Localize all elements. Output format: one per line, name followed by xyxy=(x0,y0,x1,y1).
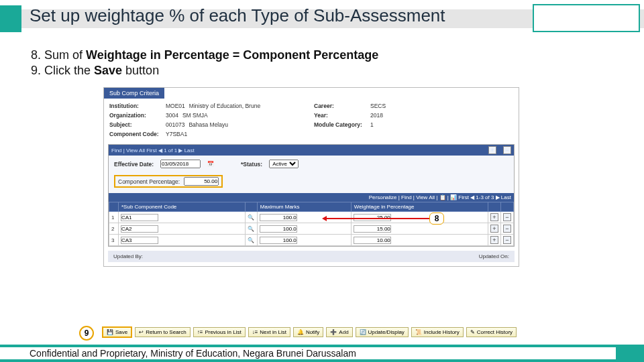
weight-input[interactable] xyxy=(354,214,391,221)
compcode-value: Y7SBA1 xyxy=(166,131,187,137)
lookup-icon[interactable]: 🔍 xyxy=(248,215,254,221)
instructions: 8. Sum of Weightage in Percentage = Comp… xyxy=(31,48,613,78)
col-idx xyxy=(109,202,119,212)
status-select[interactable]: Active xyxy=(269,160,299,168)
comp-pct-input[interactable] xyxy=(184,177,219,186)
next-icon: ↓≡ xyxy=(252,329,258,335)
del-row-icon[interactable]: − xyxy=(503,146,511,154)
updated-on-label: Updated On: xyxy=(479,253,509,259)
status-label: *Status: xyxy=(241,161,262,168)
max-input[interactable] xyxy=(260,214,297,221)
subject-desc: Bahasa Melayu xyxy=(189,121,228,128)
prev-button[interactable]: ↑≡Previous in List xyxy=(193,327,246,337)
notify-button[interactable]: 🔔Notify xyxy=(293,327,323,337)
institution-desc: Ministry of Education, Brune xyxy=(189,103,260,109)
tab-sub-comp-criteria[interactable]: Sub Comp Criteria xyxy=(104,88,164,99)
table-row: 3 🔍 + − xyxy=(109,235,514,246)
updated-by-label: Updated By: xyxy=(113,253,143,259)
app-screenshot: Sub Comp Criteria Institution:MOE01Minis… xyxy=(103,87,519,267)
row-del-icon[interactable]: − xyxy=(503,225,511,233)
compcode-label: Component Code: xyxy=(109,131,162,137)
callout-8: 8 xyxy=(429,213,444,225)
instruction-8-bold: Weightage in Percentage = Component Perc… xyxy=(86,48,378,62)
update-icon: 🔄 xyxy=(360,329,366,335)
modcat-label: Module Category: xyxy=(314,121,366,128)
row-del-icon[interactable]: − xyxy=(503,236,511,244)
section-nav: Find | View All First ◀ 1 of 1 ▶ Last +− xyxy=(109,145,514,156)
correct-icon: ✎ xyxy=(470,329,475,335)
col-subcode[interactable]: *Sub Component Code xyxy=(119,202,246,212)
col-weight[interactable]: Weightage in Percentage xyxy=(351,202,488,212)
history-icon: 📜 xyxy=(415,329,422,335)
subcode-input[interactable] xyxy=(121,237,158,244)
save-icon: 💾 xyxy=(107,329,113,335)
updated-row: Updated By: Updated On: xyxy=(108,251,515,262)
add-icon: ➕ xyxy=(330,329,337,335)
next-button[interactable]: ↓≡Next in List xyxy=(248,327,290,337)
notify-icon: 🔔 xyxy=(297,329,304,335)
subcode-input[interactable] xyxy=(121,225,158,233)
subject-label: Subject: xyxy=(109,121,162,128)
subcomponent-grid: *Sub Component Code Maximum Marks Weight… xyxy=(109,202,514,246)
callout-9: 9 xyxy=(79,326,94,341)
grid-nav[interactable]: Personalize | Find | View All | 📋 | 📊 Fi… xyxy=(109,193,514,202)
update-display-button[interactable]: 🔄Update/Display xyxy=(356,327,409,337)
lookup-icon[interactable]: 🔍 xyxy=(248,226,254,232)
organization-value: 3004 xyxy=(166,112,178,119)
career-value: SECS xyxy=(370,103,386,109)
year-label: Year: xyxy=(314,112,366,119)
row-add-icon[interactable]: + xyxy=(490,213,498,221)
title-accent xyxy=(0,5,21,32)
institution-value: MOE01 xyxy=(166,103,185,109)
max-input[interactable] xyxy=(260,225,297,233)
instruction-9-bold: Save xyxy=(94,64,122,77)
component-percentage-highlight: Component Percentage: xyxy=(114,175,223,188)
calendar-icon[interactable]: 📅 xyxy=(207,161,214,167)
modcat-value: 1 xyxy=(370,121,374,128)
return-button[interactable]: ↩Return to Search xyxy=(135,327,190,337)
organization-label: Organization: xyxy=(109,112,162,119)
instruction-9-prefix: 9. Click the xyxy=(31,64,94,77)
return-icon: ↩ xyxy=(139,329,144,335)
subject-value: 001073 xyxy=(166,121,184,128)
col-lookup xyxy=(245,202,257,212)
instruction-8: 8. Sum of Weightage in Percentage = Comp… xyxy=(31,48,613,62)
row-add-icon[interactable]: + xyxy=(490,236,498,244)
effdate-label: Effective Date: xyxy=(114,161,154,168)
instruction-9-suffix: button xyxy=(122,64,159,77)
weight-input[interactable] xyxy=(354,237,391,244)
row-del-icon[interactable]: − xyxy=(503,213,511,221)
callout-8-arrow xyxy=(323,218,429,219)
weight-input[interactable] xyxy=(354,225,391,233)
section-nav-text[interactable]: Find | View All First ◀ 1 of 1 ▶ Last xyxy=(111,147,195,154)
action-button-row: 💾Save ↩Return to Search ↑≡Previous in Li… xyxy=(102,326,517,338)
effdate-input[interactable] xyxy=(160,160,201,168)
instruction-9: 9. Click the Save button xyxy=(31,64,613,78)
correct-history-button[interactable]: ✎Correct History xyxy=(466,327,517,337)
page-title: Set up weightage % of each Type of Sub-A… xyxy=(30,5,445,26)
organization-desc: SM SMJA xyxy=(182,112,208,119)
prev-icon: ↑≡ xyxy=(197,329,203,335)
subcode-input[interactable] xyxy=(121,214,158,221)
max-input[interactable] xyxy=(260,237,297,244)
title-bar: Set up weightage % of each Type of Sub-A… xyxy=(0,0,644,36)
year-value: 2018 xyxy=(370,112,383,119)
career-label: Career: xyxy=(314,103,366,109)
add-button[interactable]: ➕Add xyxy=(326,327,352,337)
institution-label: Institution: xyxy=(109,103,162,109)
lookup-icon[interactable]: 🔍 xyxy=(248,237,254,243)
instruction-8-prefix: 8. Sum of xyxy=(31,48,86,62)
title-right-box xyxy=(533,4,640,32)
footer-text: Confidential and Proprietary, Ministry o… xyxy=(0,347,616,359)
col-max[interactable]: Maximum Marks xyxy=(257,202,351,212)
table-row: 2 🔍 + − xyxy=(109,223,514,235)
table-row: 1 🔍 + − xyxy=(109,212,514,223)
comp-pct-label: Component Percentage: xyxy=(118,178,180,185)
save-button[interactable]: 💾Save xyxy=(102,326,132,338)
footer: Confidential and Proprietary, Ministry o… xyxy=(0,345,644,362)
info-block: Institution:MOE01Ministry of Education, … xyxy=(104,99,519,144)
include-history-button[interactable]: 📜Include History xyxy=(411,327,464,337)
row-add-icon[interactable]: + xyxy=(490,225,498,233)
effective-section: Find | View All First ◀ 1 of 1 ▶ Last +−… xyxy=(108,144,515,247)
add-row-icon[interactable]: + xyxy=(488,146,496,154)
